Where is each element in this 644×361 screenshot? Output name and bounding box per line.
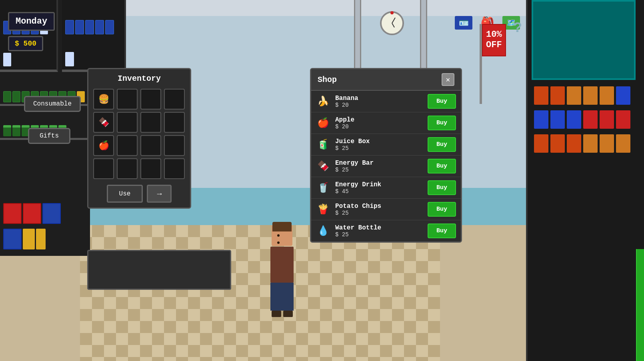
chips-icon: 🍟 <box>316 202 330 217</box>
buy-energydrink-button[interactable]: Buy <box>428 180 456 195</box>
buy-apple-button[interactable]: Buy <box>428 116 456 130</box>
inv-slot-7[interactable] <box>164 112 185 133</box>
sale-off: OFF <box>486 40 502 50</box>
day-label: Monday <box>16 16 47 26</box>
energybar-name: Energy Bar <box>335 160 423 167</box>
shop-close-button[interactable]: ✕ <box>442 73 454 86</box>
next-button[interactable]: → <box>147 185 172 203</box>
inv-slot-2[interactable] <box>140 89 161 110</box>
water-name: Water Bottle <box>335 224 423 231</box>
energybar-price: $ 25 <box>335 167 423 173</box>
inv-slot-13[interactable] <box>117 158 138 179</box>
inv-slot-8[interactable]: 🍎 <box>93 135 114 156</box>
shop-panel: Shop ✕ 🍌 Banana $ 20 Buy 🍎 Apple $ 20 Bu… <box>310 68 462 243</box>
inv-slot-5[interactable] <box>117 112 138 133</box>
inv-slot-6[interactable] <box>140 112 161 133</box>
inv-slot-0[interactable]: 🍔 <box>93 89 114 110</box>
shop-item-energybar: 🍫 Energy Bar $ 25 Buy <box>311 156 461 177</box>
inv-slot-3[interactable] <box>164 89 185 110</box>
buy-water-button[interactable]: Buy <box>428 223 456 238</box>
inv-slot-15[interactable] <box>164 158 185 179</box>
inv-slot-1[interactable] <box>117 89 138 110</box>
inventory-panel: Inventory 🍔 🍫 🍎 Use → <box>87 68 191 209</box>
energydrink-name: Energy Drink <box>335 181 423 188</box>
energydrink-price: $ 45 <box>335 188 423 195</box>
inventory-grid: 🍔 🍫 🍎 <box>93 89 185 179</box>
buy-juice-button[interactable]: Buy <box>428 137 456 152</box>
apple-name: Apple <box>335 116 423 124</box>
inv-slot-4[interactable]: 🍫 <box>93 112 114 133</box>
buy-chips-button[interactable]: Buy <box>428 202 456 217</box>
inv-slot-14[interactable] <box>140 158 161 179</box>
shop-item-water: 💧 Water Bottle $ 25 Buy <box>311 220 461 241</box>
juice-price: $ 25 <box>335 145 423 152</box>
day-display: Monday <box>8 12 55 31</box>
chips-price: $ 25 <box>335 210 423 216</box>
inv-slot-12[interactable] <box>93 158 114 179</box>
banana-name: Banana <box>335 95 423 102</box>
bottom-shelf-left <box>0 200 72 256</box>
inventory-actions: Use → <box>93 185 185 203</box>
juice-name: Juice Box <box>335 138 423 145</box>
buy-energybar-button[interactable]: Buy <box>428 159 456 174</box>
juice-icon: 🧃 <box>316 138 330 152</box>
consumable-button[interactable]: Consumable <box>24 96 81 112</box>
shop-item-juice: 🧃 Juice Box $ 25 Buy <box>311 134 461 156</box>
shop-item-banana: 🍌 Banana $ 20 Buy <box>311 91 461 112</box>
use-button[interactable]: Use <box>107 185 143 203</box>
wall-clock <box>380 11 404 35</box>
inventory-title: Inventory <box>93 74 185 83</box>
shop-item-energydrink: 🥤 Energy Drink $ 45 Buy <box>311 177 461 199</box>
apple-icon: 🍎 <box>316 116 330 130</box>
banana-price: $ 20 <box>335 102 423 108</box>
top-right-shelf <box>62 0 126 72</box>
money-label: $ 500 <box>15 40 36 48</box>
floor-tiles <box>80 225 440 361</box>
shop-item-chips: 🍟 Potato Chips $ 25 Buy <box>311 199 461 220</box>
shop-item-apple: 🍎 Apple $ 20 Buy <box>311 112 461 134</box>
money-display: $ 500 <box>8 36 43 51</box>
id-card-icon[interactable]: 🪪 <box>455 16 472 30</box>
energydrink-icon: 🥤 <box>316 181 330 195</box>
game-scene: 🪪 🎒 🗺️ ? 10% OFF <box>0 0 644 361</box>
inv-slot-10[interactable] <box>140 135 161 156</box>
inv-slot-9[interactable] <box>117 135 138 156</box>
apple-price: $ 20 <box>335 124 423 130</box>
shop-header: Shop ✕ <box>311 69 461 91</box>
right-shelf-unit <box>526 0 644 361</box>
energybar-icon: 🍫 <box>316 159 330 174</box>
shop-title: Shop <box>318 75 337 84</box>
sale-banner: 10% OFF <box>478 24 522 104</box>
gifts-button[interactable]: Gifts <box>28 128 70 144</box>
buy-banana-button[interactable]: Buy <box>428 94 456 109</box>
inv-slot-11[interactable] <box>164 135 185 156</box>
water-price: $ 25 <box>335 231 423 238</box>
energy-indicator <box>636 249 644 361</box>
sale-percent: 10% <box>486 30 502 40</box>
player-character <box>264 225 300 321</box>
chips-name: Potato Chips <box>335 203 423 210</box>
water-icon: 💧 <box>316 224 330 238</box>
banana-icon: 🍌 <box>316 94 330 109</box>
text-box <box>87 250 231 290</box>
